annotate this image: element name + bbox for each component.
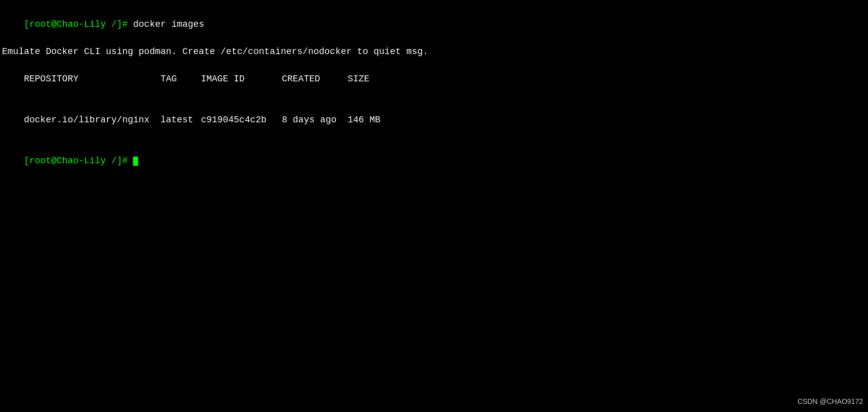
cell-size: 146 MB <box>348 113 380 127</box>
cursor-block <box>133 157 138 166</box>
table-row: docker.io/library/nginxlatestc919045c4c2… <box>2 100 866 141</box>
header-image-id: IMAGE ID <box>201 72 282 86</box>
header-repository: REPOSITORY <box>24 72 160 86</box>
prompt-1: [root@Chao-Lily /]# <box>24 19 133 29</box>
cell-image-id: c919045c4c2b <box>201 113 282 127</box>
command-line-1: [root@Chao-Lily /]# docker images <box>2 4 866 45</box>
command-text-1: docker images <box>133 19 204 29</box>
header-tag: TAG <box>160 72 201 86</box>
header-created: CREATED <box>282 72 348 86</box>
cell-repository: docker.io/library/nginx <box>24 113 160 127</box>
table-header: REPOSITORYTAGIMAGE IDCREATEDSIZE <box>2 59 866 100</box>
cell-created: 8 days ago <box>282 113 348 127</box>
cell-tag: latest <box>160 113 201 127</box>
prompt-active: [root@Chao-Lily /]# <box>24 156 133 166</box>
info-line: Emulate Docker CLI using podman. Create … <box>2 45 866 59</box>
active-prompt-line: [root@Chao-Lily /]# <box>2 141 866 181</box>
terminal-window[interactable]: [root@Chao-Lily /]# docker images Emulat… <box>0 0 868 412</box>
header-size: SIZE <box>348 72 369 86</box>
watermark: CSDN @CHAO9172 <box>798 396 863 407</box>
